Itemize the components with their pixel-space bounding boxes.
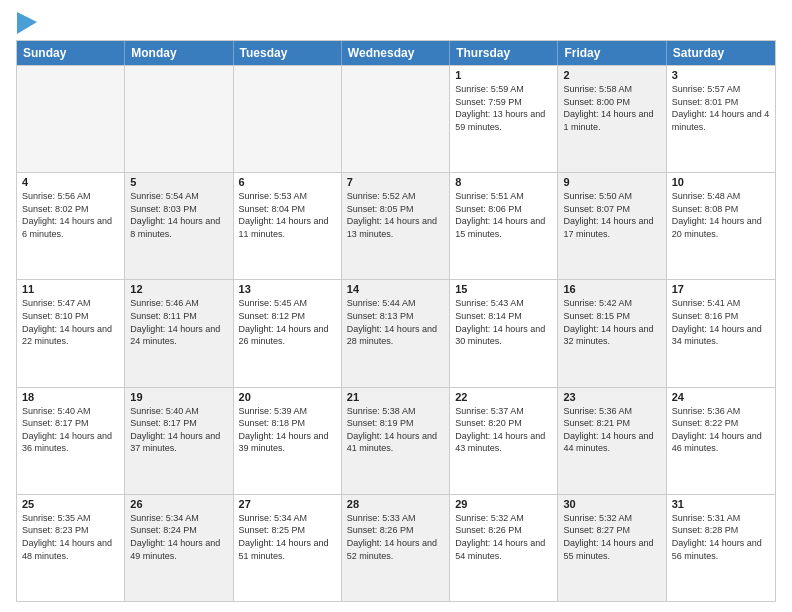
svg-marker-0 [17,12,37,34]
calendar-cell: 22Sunrise: 5:37 AM Sunset: 8:20 PM Dayli… [450,388,558,494]
calendar-cell: 31Sunrise: 5:31 AM Sunset: 8:28 PM Dayli… [667,495,775,601]
calendar-cell: 28Sunrise: 5:33 AM Sunset: 8:26 PM Dayli… [342,495,450,601]
page: SundayMondayTuesdayWednesdayThursdayFrid… [0,0,792,612]
day-number: 15 [455,283,552,295]
calendar-cell [125,66,233,172]
cell-info: Sunrise: 5:57 AM Sunset: 8:01 PM Dayligh… [672,83,770,133]
cell-info: Sunrise: 5:31 AM Sunset: 8:28 PM Dayligh… [672,512,770,562]
cell-info: Sunrise: 5:34 AM Sunset: 8:25 PM Dayligh… [239,512,336,562]
day-number: 7 [347,176,444,188]
calendar-cell: 1Sunrise: 5:59 AM Sunset: 7:59 PM Daylig… [450,66,558,172]
calendar-cell: 9Sunrise: 5:50 AM Sunset: 8:07 PM Daylig… [558,173,666,279]
calendar-header-cell: Friday [558,41,666,65]
day-number: 13 [239,283,336,295]
day-number: 4 [22,176,119,188]
calendar-cell: 12Sunrise: 5:46 AM Sunset: 8:11 PM Dayli… [125,280,233,386]
calendar-cell: 27Sunrise: 5:34 AM Sunset: 8:25 PM Dayli… [234,495,342,601]
calendar-cell [234,66,342,172]
day-number: 24 [672,391,770,403]
day-number: 31 [672,498,770,510]
day-number: 19 [130,391,227,403]
cell-info: Sunrise: 5:38 AM Sunset: 8:19 PM Dayligh… [347,405,444,455]
calendar-cell: 21Sunrise: 5:38 AM Sunset: 8:19 PM Dayli… [342,388,450,494]
calendar-row: 25Sunrise: 5:35 AM Sunset: 8:23 PM Dayli… [17,494,775,601]
cell-info: Sunrise: 5:36 AM Sunset: 8:21 PM Dayligh… [563,405,660,455]
calendar-cell: 11Sunrise: 5:47 AM Sunset: 8:10 PM Dayli… [17,280,125,386]
cell-info: Sunrise: 5:36 AM Sunset: 8:22 PM Dayligh… [672,405,770,455]
cell-info: Sunrise: 5:47 AM Sunset: 8:10 PM Dayligh… [22,297,119,347]
cell-info: Sunrise: 5:44 AM Sunset: 8:13 PM Dayligh… [347,297,444,347]
day-number: 1 [455,69,552,81]
day-number: 14 [347,283,444,295]
calendar-row: 1Sunrise: 5:59 AM Sunset: 7:59 PM Daylig… [17,65,775,172]
calendar-cell: 8Sunrise: 5:51 AM Sunset: 8:06 PM Daylig… [450,173,558,279]
day-number: 16 [563,283,660,295]
calendar-header-cell: Wednesday [342,41,450,65]
calendar-cell: 30Sunrise: 5:32 AM Sunset: 8:27 PM Dayli… [558,495,666,601]
calendar-cell: 26Sunrise: 5:34 AM Sunset: 8:24 PM Dayli… [125,495,233,601]
calendar-cell: 20Sunrise: 5:39 AM Sunset: 8:18 PM Dayli… [234,388,342,494]
day-number: 27 [239,498,336,510]
cell-info: Sunrise: 5:40 AM Sunset: 8:17 PM Dayligh… [130,405,227,455]
cell-info: Sunrise: 5:42 AM Sunset: 8:15 PM Dayligh… [563,297,660,347]
calendar-cell [342,66,450,172]
cell-info: Sunrise: 5:33 AM Sunset: 8:26 PM Dayligh… [347,512,444,562]
calendar-header-cell: Monday [125,41,233,65]
cell-info: Sunrise: 5:45 AM Sunset: 8:12 PM Dayligh… [239,297,336,347]
cell-info: Sunrise: 5:56 AM Sunset: 8:02 PM Dayligh… [22,190,119,240]
calendar-row: 18Sunrise: 5:40 AM Sunset: 8:17 PM Dayli… [17,387,775,494]
calendar-cell: 18Sunrise: 5:40 AM Sunset: 8:17 PM Dayli… [17,388,125,494]
calendar-cell: 2Sunrise: 5:58 AM Sunset: 8:00 PM Daylig… [558,66,666,172]
calendar-cell: 25Sunrise: 5:35 AM Sunset: 8:23 PM Dayli… [17,495,125,601]
day-number: 28 [347,498,444,510]
day-number: 29 [455,498,552,510]
cell-info: Sunrise: 5:35 AM Sunset: 8:23 PM Dayligh… [22,512,119,562]
calendar-cell: 16Sunrise: 5:42 AM Sunset: 8:15 PM Dayli… [558,280,666,386]
logo [16,14,37,34]
logo-icon [17,12,37,34]
cell-info: Sunrise: 5:46 AM Sunset: 8:11 PM Dayligh… [130,297,227,347]
day-number: 2 [563,69,660,81]
day-number: 10 [672,176,770,188]
cell-info: Sunrise: 5:50 AM Sunset: 8:07 PM Dayligh… [563,190,660,240]
calendar-cell: 13Sunrise: 5:45 AM Sunset: 8:12 PM Dayli… [234,280,342,386]
calendar-body: 1Sunrise: 5:59 AM Sunset: 7:59 PM Daylig… [17,65,775,601]
calendar-cell: 29Sunrise: 5:32 AM Sunset: 8:26 PM Dayli… [450,495,558,601]
calendar-header-cell: Thursday [450,41,558,65]
calendar-cell: 6Sunrise: 5:53 AM Sunset: 8:04 PM Daylig… [234,173,342,279]
day-number: 3 [672,69,770,81]
calendar: SundayMondayTuesdayWednesdayThursdayFrid… [16,40,776,602]
cell-info: Sunrise: 5:48 AM Sunset: 8:08 PM Dayligh… [672,190,770,240]
calendar-cell: 24Sunrise: 5:36 AM Sunset: 8:22 PM Dayli… [667,388,775,494]
calendar-cell: 23Sunrise: 5:36 AM Sunset: 8:21 PM Dayli… [558,388,666,494]
calendar-cell: 10Sunrise: 5:48 AM Sunset: 8:08 PM Dayli… [667,173,775,279]
cell-info: Sunrise: 5:32 AM Sunset: 8:27 PM Dayligh… [563,512,660,562]
calendar-row: 11Sunrise: 5:47 AM Sunset: 8:10 PM Dayli… [17,279,775,386]
cell-info: Sunrise: 5:53 AM Sunset: 8:04 PM Dayligh… [239,190,336,240]
day-number: 21 [347,391,444,403]
day-number: 22 [455,391,552,403]
day-number: 30 [563,498,660,510]
calendar-header-cell: Tuesday [234,41,342,65]
calendar-cell: 19Sunrise: 5:40 AM Sunset: 8:17 PM Dayli… [125,388,233,494]
calendar-cell: 15Sunrise: 5:43 AM Sunset: 8:14 PM Dayli… [450,280,558,386]
calendar-cell: 4Sunrise: 5:56 AM Sunset: 8:02 PM Daylig… [17,173,125,279]
calendar-cell: 3Sunrise: 5:57 AM Sunset: 8:01 PM Daylig… [667,66,775,172]
cell-info: Sunrise: 5:34 AM Sunset: 8:24 PM Dayligh… [130,512,227,562]
header [16,10,776,34]
cell-info: Sunrise: 5:41 AM Sunset: 8:16 PM Dayligh… [672,297,770,347]
calendar-row: 4Sunrise: 5:56 AM Sunset: 8:02 PM Daylig… [17,172,775,279]
day-number: 5 [130,176,227,188]
cell-info: Sunrise: 5:43 AM Sunset: 8:14 PM Dayligh… [455,297,552,347]
day-number: 12 [130,283,227,295]
cell-info: Sunrise: 5:32 AM Sunset: 8:26 PM Dayligh… [455,512,552,562]
cell-info: Sunrise: 5:39 AM Sunset: 8:18 PM Dayligh… [239,405,336,455]
day-number: 20 [239,391,336,403]
day-number: 23 [563,391,660,403]
cell-info: Sunrise: 5:59 AM Sunset: 7:59 PM Dayligh… [455,83,552,133]
cell-info: Sunrise: 5:37 AM Sunset: 8:20 PM Dayligh… [455,405,552,455]
calendar-cell: 5Sunrise: 5:54 AM Sunset: 8:03 PM Daylig… [125,173,233,279]
calendar-header: SundayMondayTuesdayWednesdayThursdayFrid… [17,41,775,65]
cell-info: Sunrise: 5:54 AM Sunset: 8:03 PM Dayligh… [130,190,227,240]
cell-info: Sunrise: 5:58 AM Sunset: 8:00 PM Dayligh… [563,83,660,133]
